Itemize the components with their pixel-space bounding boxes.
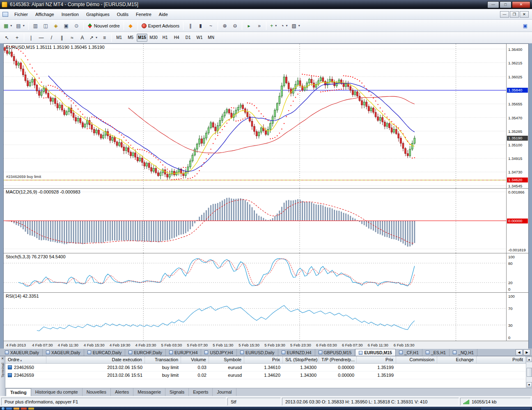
taskbar-tray[interactable]: [481, 407, 530, 410]
zoom-out-button[interactable]: ⊖: [230, 21, 240, 30]
terminal-tab-signals[interactable]: Signals: [165, 388, 189, 396]
start-orb-icon[interactable]: [2, 407, 5, 410]
price-scale[interactable]: 1.364001.362151.360251.358401.356551.354…: [506, 44, 528, 188]
column-header-profit[interactable]: Profit: [477, 356, 526, 363]
indicators-button[interactable]: +▾: [268, 21, 278, 30]
data-window-button[interactable]: ◫: [41, 21, 50, 30]
channel-button[interactable]: ∥: [57, 33, 66, 42]
minimize-button[interactable]: —: [487, 1, 499, 8]
price-pane[interactable]: EURUSD,M15 1.35111 1.35190 1.35045 1.351…: [4, 44, 528, 188]
taskbar-app-icon[interactable]: [6, 408, 12, 410]
scroll-down-icon[interactable]: ▼: [527, 382, 532, 387]
stochastic-pane[interactable]: Stoch(5,3,3) 76.2730 54.5400 10080200: [4, 253, 528, 292]
navigator-button[interactable]: ◈: [51, 21, 61, 30]
stochastic-chart[interactable]: [4, 253, 506, 292]
chart-tab-nq-h1[interactable]: _NQ,H1: [449, 349, 477, 356]
rsi-chart[interactable]: [4, 293, 506, 341]
terminal-tab-historique-du-compte[interactable]: Historique du compte: [31, 388, 83, 396]
timeframe-mn[interactable]: MN: [206, 34, 216, 42]
chart-tab-gbpusd-m15[interactable]: GBPUSD,M15: [315, 349, 355, 356]
candlestick-chart-button[interactable]: ▮: [196, 21, 205, 30]
terminal-scrollbar[interactable]: ▲ ▼: [526, 356, 532, 388]
timeframe-m30[interactable]: M30: [148, 34, 159, 42]
column-header-ordre[interactable]: Ordre ▴: [5, 356, 46, 363]
metaeditor-button[interactable]: ◆: [126, 21, 135, 30]
menu-graphiques[interactable]: Graphiques: [83, 10, 113, 19]
horizontal-line-button[interactable]: —: [37, 33, 46, 42]
terminal-tab-journal[interactable]: Journal: [213, 388, 236, 396]
chart-tab-eurnzd-h4[interactable]: EURNZD,H4: [278, 349, 315, 356]
scroll-up-icon[interactable]: ▲: [527, 357, 532, 362]
expert-advisors-button[interactable]: Expert Advisors: [140, 21, 181, 30]
chart-tab-cf-h1[interactable]: _CF,H1: [396, 349, 422, 356]
taskbar-app-icon[interactable]: [21, 408, 27, 410]
rsi-pane[interactable]: RSI(14) 42.3351 10070300: [4, 292, 528, 341]
menu-affichage[interactable]: Affichage: [32, 10, 58, 19]
taskbar-app-icon[interactable]: [14, 408, 19, 410]
new-order-button[interactable]: Nouvel ordre: [86, 21, 122, 30]
column-header-volume[interactable]: Volume: [181, 356, 209, 363]
chart-tab-usdjpy-h4[interactable]: USDJPY,H4: [201, 349, 236, 356]
column-header-prix[interactable]: Prix: [244, 356, 283, 363]
periods-button[interactable]: ◔▾: [279, 21, 289, 30]
mdi-restore-button[interactable]: ❐: [510, 11, 519, 18]
terminal-button[interactable]: ▣: [62, 21, 71, 30]
bar-chart-button[interactable]: ∥: [186, 21, 195, 30]
market-watch-button[interactable]: ▥: [31, 21, 40, 30]
timeframe-m5[interactable]: M5: [125, 34, 136, 42]
price-chart[interactable]: [4, 44, 506, 188]
line-chart-button[interactable]: ~: [206, 21, 216, 30]
auto-scroll-button[interactable]: ▸: [244, 21, 254, 30]
fibonacci-button[interactable]: ≈: [67, 33, 77, 42]
windows-taskbar[interactable]: [0, 407, 532, 410]
timeframe-h4[interactable]: H4: [171, 34, 182, 42]
scrollbar-thumb[interactable]: [527, 368, 532, 377]
table-row[interactable]: 234626592013.02.06 15:51buy limit0.02eur…: [5, 371, 532, 379]
maximize-button[interactable]: □: [500, 1, 511, 8]
chart-tab-es-h1[interactable]: _ES,H1: [422, 349, 449, 356]
mdi-minimize-button[interactable]: —: [500, 11, 509, 18]
terminal-tab-experts[interactable]: Experts: [189, 388, 213, 396]
column-header-s-l-stop-perte[interactable]: S/L (Stop/Perte): [283, 356, 319, 363]
table-row[interactable]: 234626502013.02.06 15:50buy limit0.03eur…: [5, 364, 532, 371]
chart-tab-eurjpy-h4[interactable]: EURJPY,H4: [166, 349, 201, 356]
vertical-line-button[interactable]: |: [26, 33, 36, 42]
column-header-echange[interactable]: Echange: [437, 356, 477, 363]
crosshair-button[interactable]: +: [12, 33, 22, 42]
column-header-t-p-prendre-p[interactable]: T/P (Prendre/p...: [319, 356, 357, 363]
macd-pane[interactable]: MACD(12,26,9) -0.000928 -0.000983 0.0018…: [4, 188, 528, 253]
timeframe-w1[interactable]: W1: [194, 34, 205, 42]
menu-insertion[interactable]: Insertion: [58, 10, 83, 19]
trendline-button[interactable]: /: [47, 33, 56, 42]
terminal-tab-trading[interactable]: Trading: [6, 388, 31, 396]
chart-tab-xageur-daily[interactable]: XAGEUR,Daily: [43, 349, 84, 356]
mdi-close-button[interactable]: ✕: [520, 11, 529, 18]
tab-scroll-right-icon[interactable]: ▶: [523, 349, 530, 355]
menu-fichier[interactable]: Fichier: [11, 10, 32, 19]
zoom-in-button[interactable]: ⊕: [220, 21, 229, 30]
timeframe-h1[interactable]: H1: [160, 34, 170, 42]
terminal-tab-nouvelles[interactable]: Nouvelles: [83, 388, 111, 396]
templates-button[interactable]: ▧▾: [290, 21, 301, 30]
cycle-lines-button[interactable]: ≡: [100, 33, 109, 42]
terminal-tab-messagerie[interactable]: Messagerie: [133, 388, 165, 396]
menu-fenetre[interactable]: Fenetre: [132, 10, 155, 19]
profiles-button[interactable]: ▤▾: [14, 21, 26, 30]
chart-tab-eurusd-daily[interactable]: EURUSD,Daily: [237, 349, 278, 356]
text-button[interactable]: A: [78, 33, 87, 42]
chart-tab-eurchf-daily[interactable]: EURCHF,Daily: [125, 349, 166, 356]
chart-tab-eurcad-daily[interactable]: EURCAD,Daily: [84, 349, 126, 356]
chart-window[interactable]: EURUSD,M15 1.35111 1.35190 1.35045 1.351…: [3, 43, 529, 348]
cursor-button[interactable]: ↖: [2, 33, 11, 42]
column-header-symbole[interactable]: Symbole: [209, 356, 244, 363]
terminal-tab-alertes[interactable]: Alertes: [111, 388, 133, 396]
column-header-transaction[interactable]: Transaction: [145, 356, 181, 363]
timeframe-m15[interactable]: M15: [137, 34, 147, 42]
column-header-prix[interactable]: Prix: [357, 356, 396, 363]
column-header-date-ex-cution[interactable]: Date exécution: [46, 356, 145, 363]
chart-window-button[interactable]: ▣: [521, 21, 530, 30]
timeframe-m1[interactable]: M1: [114, 34, 124, 42]
arrows-button[interactable]: ↗▾: [88, 33, 99, 42]
chart-shift-button[interactable]: »: [255, 21, 264, 30]
chart-tab-xaueur-daily[interactable]: XAUEUR,Daily: [2, 349, 43, 356]
